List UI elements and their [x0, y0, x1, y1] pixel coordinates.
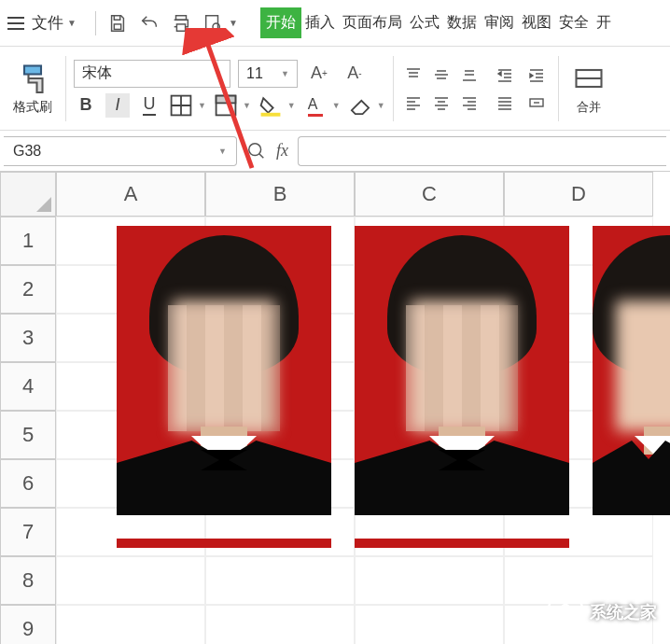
tab-review[interactable]: 审阅: [481, 7, 518, 38]
align-middle-icon[interactable]: [429, 63, 454, 87]
svg-rect-0: [114, 23, 120, 28]
font-color-button[interactable]: A: [303, 93, 328, 118]
top-menu-bar: 文件 ▼ ▼ 开始 插入 页面布局 公式 数据 审阅 视图 安全 开: [0, 0, 670, 47]
font-size-select[interactable]: 11 ▼: [238, 60, 298, 88]
id-photo[interactable]: [355, 226, 569, 515]
row-header[interactable]: 2: [0, 265, 56, 314]
row-header[interactable]: 1: [0, 217, 56, 265]
chevron-down-icon: ▼: [218, 147, 227, 156]
italic-button[interactable]: I: [105, 93, 130, 118]
font-name-select[interactable]: 宋体 ▼: [74, 60, 230, 88]
chevron-down-icon[interactable]: ▼: [198, 101, 206, 110]
svg-point-12: [249, 143, 261, 155]
svg-rect-2: [176, 23, 185, 30]
id-photo[interactable]: [117, 226, 331, 515]
id-photo[interactable]: [117, 539, 331, 548]
tab-security[interactable]: 安全: [555, 7, 593, 38]
indent-increase-icon[interactable]: [523, 63, 551, 87]
align-right-icon[interactable]: [457, 91, 482, 115]
separator: [393, 56, 394, 121]
svg-rect-5: [24, 65, 41, 74]
chevron-down-icon[interactable]: ▼: [377, 101, 385, 110]
tab-pagelayout[interactable]: 页面布局: [339, 7, 406, 38]
column-header[interactable]: D: [504, 172, 653, 217]
increase-font-icon[interactable]: A+: [305, 60, 333, 88]
embedded-images-row2: [117, 539, 569, 548]
tab-start[interactable]: 开始: [260, 7, 301, 38]
select-all-corner[interactable]: [0, 172, 56, 217]
chevron-down-icon[interactable]: ▼: [229, 18, 238, 28]
align-center-icon[interactable]: [429, 91, 454, 115]
chevron-down-icon[interactable]: ▼: [287, 101, 296, 110]
id-photo[interactable]: [593, 226, 670, 515]
save-icon[interactable]: [105, 10, 131, 36]
separator: [95, 11, 96, 35]
chevron-down-icon[interactable]: ▼: [243, 101, 251, 110]
chevron-down-icon[interactable]: ▼: [67, 18, 77, 28]
svg-rect-9: [260, 112, 280, 116]
tab-view[interactable]: 视图: [518, 7, 555, 38]
fx-icon[interactable]: fx: [276, 141, 288, 161]
tab-more[interactable]: 开: [593, 7, 615, 38]
merge-label: 合并: [577, 99, 601, 116]
row-header[interactable]: 7: [0, 508, 56, 556]
align-left-icon[interactable]: [401, 91, 426, 115]
chevron-down-icon: ▼: [214, 69, 222, 78]
chevron-down-icon: ▼: [281, 69, 289, 78]
tab-insert[interactable]: 插入: [301, 7, 339, 38]
print-icon[interactable]: [168, 10, 194, 36]
preview-icon[interactable]: [200, 10, 226, 36]
decrease-font-icon[interactable]: A-: [341, 60, 369, 88]
column-header[interactable]: A: [56, 172, 205, 217]
row-header[interactable]: 9: [0, 605, 56, 644]
svg-rect-8: [216, 95, 236, 103]
undo-icon[interactable]: [136, 10, 162, 36]
cell-style-button[interactable]: [214, 93, 238, 118]
embedded-images: [117, 226, 670, 515]
tab-data[interactable]: 数据: [443, 7, 481, 38]
underline-button[interactable]: U: [137, 93, 161, 118]
bold-button[interactable]: B: [74, 93, 98, 118]
cell-reference-box[interactable]: G38 ▼: [4, 136, 237, 166]
merge-cells-icon[interactable]: [572, 62, 606, 95]
tab-formula[interactable]: 公式: [406, 7, 443, 38]
row-header[interactable]: 8: [0, 556, 56, 605]
border-button[interactable]: [169, 93, 193, 118]
house-icon: [547, 591, 584, 633]
ribbon-tabs: 开始 插入 页面布局 公式 数据 审阅 视图 安全 开: [260, 7, 615, 38]
file-menu[interactable]: 文件: [32, 12, 63, 34]
align-top-icon[interactable]: [401, 63, 426, 87]
row-header[interactable]: 5: [0, 411, 56, 459]
zoom-icon[interactable]: [246, 141, 267, 161]
separator: [65, 56, 66, 121]
ribbon-toolbar: 格式刷 宋体 ▼ 11 ▼ A+ A- B I U ▼ ▼ ▼ A▼ ▼: [0, 47, 670, 131]
column-header[interactable]: B: [205, 172, 355, 217]
font-size-value: 11: [246, 65, 263, 82]
column-header[interactable]: C: [355, 172, 504, 217]
eraser-button[interactable]: [348, 93, 372, 118]
format-brush-group: 格式刷: [7, 62, 58, 116]
row-header[interactable]: 6: [0, 459, 56, 508]
format-brush-icon[interactable]: [16, 62, 49, 95]
align-bottom-icon[interactable]: [457, 63, 482, 87]
hamburger-icon[interactable]: [7, 17, 24, 30]
formula-bar: G38 ▼ fx: [0, 131, 670, 172]
row-header[interactable]: 3: [0, 314, 56, 362]
watermark-text: 系统之家: [590, 601, 657, 623]
chevron-down-icon[interactable]: ▼: [332, 101, 341, 110]
format-brush-label: 格式刷: [13, 99, 52, 116]
font-group: 宋体 ▼ 11 ▼ A+ A- B I U ▼ ▼ ▼ A▼ ▼: [74, 60, 385, 118]
alignment-group: [401, 63, 551, 115]
separator: [558, 56, 559, 121]
spreadsheet-grid: A B C D 1: [0, 172, 670, 644]
row-header[interactable]: 4: [0, 362, 56, 411]
align-justify-icon[interactable]: [491, 91, 519, 115]
watermark: 系统之家: [547, 591, 657, 633]
id-photo[interactable]: [355, 539, 569, 548]
formula-input[interactable]: [298, 136, 666, 166]
indent-decrease-icon[interactable]: [491, 63, 519, 87]
merge-group: 合并: [566, 62, 611, 116]
merge-icon[interactable]: [523, 91, 551, 115]
font-name-value: 宋体: [82, 63, 112, 83]
fill-color-button[interactable]: [258, 93, 283, 118]
